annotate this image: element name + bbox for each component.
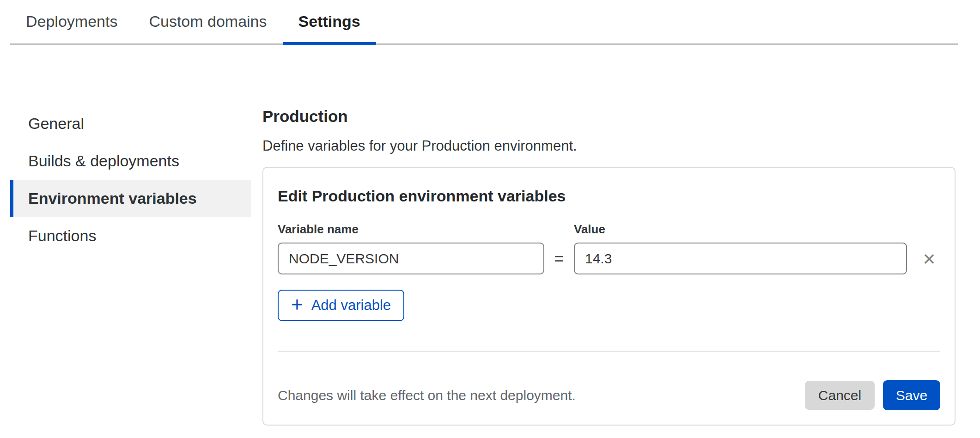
save-button[interactable]: Save (883, 380, 940, 410)
page: Deployments Custom domains Settings Gene… (0, 0, 980, 438)
field-labels-row: Variable name Value (278, 222, 940, 236)
tab-bar: Deployments Custom domains Settings (10, 0, 958, 45)
variable-row: = × (278, 243, 940, 274)
add-variable-button[interactable]: + Add variable (278, 290, 404, 321)
card-divider (278, 351, 940, 352)
close-icon: × (923, 248, 936, 269)
value-label: Value (574, 222, 605, 236)
variable-name-input[interactable] (278, 243, 544, 274)
variable-value-input[interactable] (574, 243, 907, 274)
sidebar-item-functions[interactable]: Functions (10, 217, 251, 255)
variable-name-label: Variable name (278, 222, 574, 236)
tab-deployments[interactable]: Deployments (10, 0, 133, 43)
plus-icon: + (291, 294, 303, 315)
env-vars-card: Edit Production environment variables Va… (262, 167, 956, 426)
tab-deployments-label: Deployments (26, 12, 117, 30)
tab-custom-domains-label: Custom domains (149, 12, 267, 30)
equals-sign: = (544, 249, 574, 268)
cancel-button[interactable]: Cancel (805, 381, 875, 410)
remove-variable-button[interactable]: × (918, 245, 940, 273)
page-description: Define variables for your Production env… (262, 138, 956, 154)
page-title: Production (262, 108, 956, 125)
active-tab-underline (283, 42, 376, 45)
deployment-note: Changes will take effect on the next dep… (278, 388, 576, 403)
main-panel: Production Define variables for your Pro… (262, 45, 956, 426)
sidebar-item-environment-variables[interactable]: Environment variables (10, 180, 251, 217)
card-title: Edit Production environment variables (278, 187, 940, 205)
footer-actions: Cancel Save (805, 380, 940, 410)
content-area: General Builds & deployments Environment… (10, 45, 958, 426)
sidebar-item-general[interactable]: General (10, 105, 251, 142)
tab-custom-domains[interactable]: Custom domains (133, 0, 282, 43)
card-footer: Changes will take effect on the next dep… (278, 380, 940, 410)
add-variable-label: Add variable (311, 297, 391, 314)
sidebar-item-builds-deployments[interactable]: Builds & deployments (10, 142, 251, 180)
tab-settings-label: Settings (298, 12, 360, 30)
tab-settings[interactable]: Settings (283, 0, 376, 43)
settings-sidebar: General Builds & deployments Environment… (10, 45, 251, 426)
